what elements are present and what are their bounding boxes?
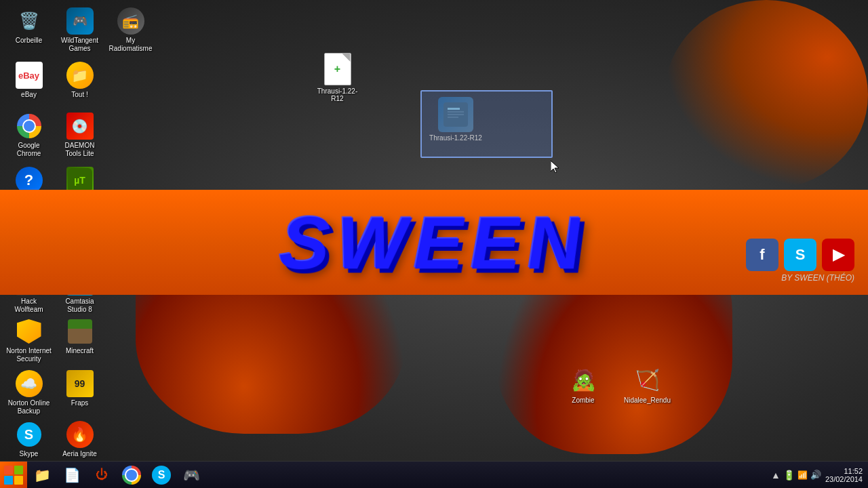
icon-label-skype: Skype <box>20 450 39 458</box>
icon-label-aeria: Aeria Ignite <box>62 450 97 458</box>
desktop-icon-radiomatisme[interactable]: 📻 My Radiomatisme <box>105 3 156 57</box>
tray-volume-icon[interactable]: 🔊 <box>810 470 821 480</box>
icon-label-chrome: Google Chrome <box>6 142 52 158</box>
preview-icon-label: Thrausi-1.22-R12 <box>429 134 482 142</box>
mouse-cursor <box>551 161 559 173</box>
social-icons-container: f S ▶ <box>746 239 854 271</box>
taskbar: 📁 📄 ⏻ S 🎮 ▲ 🔋 📶 🔊 11:52 23/02/2014 <box>0 461 868 488</box>
taskbar-power-button[interactable]: ⏻ <box>88 462 115 489</box>
nidalee-label: Nidalee_Rendu <box>624 396 671 404</box>
svg-marker-5 <box>551 161 559 173</box>
desktop-icon-nortonbackup[interactable]: ☁️ Norton Online Backup <box>3 366 54 420</box>
clock-time: 11:52 <box>844 467 863 475</box>
desktop-icon-wildtangent[interactable]: 🎮 WildTangent Games <box>54 3 105 57</box>
svg-rect-4 <box>448 117 458 118</box>
tray-expand-icon[interactable]: ▲ <box>771 470 781 481</box>
desktop-icon-daemon[interactable]: 💿 DAEMON Tools Lite <box>54 108 105 162</box>
orange-banner: SWEEN f S ▶ BY SWEEN (THÉO) <box>0 190 868 295</box>
zombie-figure[interactable]: 🧟 Zombie <box>570 363 597 404</box>
nortonbackup-icon: ☁️ <box>16 370 43 397</box>
svg-rect-2 <box>448 111 464 113</box>
tray-network-icon: 📶 <box>797 470 808 480</box>
taskbar-chrome-button[interactable] <box>118 462 145 489</box>
zombie-label: Zombie <box>572 396 594 404</box>
windows-logo-icon <box>1 463 26 487</box>
skype-social-icon[interactable]: S <box>784 239 816 271</box>
icon-label-fraps: Fraps <box>71 399 89 407</box>
file-icon-img: + <box>324 53 351 85</box>
tray-battery-icon: 🔋 <box>783 470 795 481</box>
chrome-icon <box>16 113 43 140</box>
icon-label-daemon: DAEMON Tools Lite <box>57 142 102 158</box>
icon-label-camtasia: Camtasia Studio 8 <box>57 298 102 314</box>
file-icon-label: Thrausi-1.22-R12 <box>312 87 363 102</box>
icon-label-hackwolf: Hack Wolfteam <box>6 298 52 314</box>
tray-icons: ▲ 🔋 📶 🔊 <box>771 470 821 481</box>
desktop-icon-skype[interactable]: S Skype <box>3 417 54 462</box>
ebay-icon: eBay <box>16 62 43 89</box>
nidalee-figure[interactable]: 🏹 Nidalee_Rendu <box>624 363 671 404</box>
bg-fire-right <box>665 0 868 190</box>
drag-preview-icon: Thrausi-1.22-R12 <box>429 97 483 142</box>
zombie-sprite: 🧟 <box>570 363 597 396</box>
desktop: 🗑️ Corbeille 🎮 WildTangent Games 📻 My Ra… <box>0 0 868 488</box>
taskbar-word-button[interactable]: 📄 <box>58 462 85 489</box>
tout-icon: 📁 <box>66 62 94 89</box>
skype-icon: S <box>16 421 43 448</box>
norton-icon <box>16 318 43 345</box>
icon-label-radiomatisme: My Radiomatisme <box>108 37 153 53</box>
start-button[interactable] <box>0 462 27 489</box>
taskbar-skype-button[interactable]: S <box>148 462 175 489</box>
preview-icon-img <box>438 97 473 132</box>
taskbar-explorer-button[interactable]: 📁 <box>28 462 56 489</box>
file-icon-thrausi[interactable]: + Thrausi-1.22-R12 <box>312 53 363 102</box>
fraps-icon: 99 <box>66 370 94 397</box>
svg-rect-3 <box>448 114 464 115</box>
svg-rect-1 <box>448 108 460 110</box>
drag-selection-box: Thrausi-1.22-R12 <box>420 90 553 158</box>
icon-label-nortonbackup: Norton Online Backup <box>6 399 52 415</box>
facebook-social-icon[interactable]: f <box>746 239 778 271</box>
icon-label-norton: Norton Internet Security <box>6 347 52 363</box>
clock-date: 23/02/2014 <box>825 475 863 483</box>
radiomatisme-icon: 📻 <box>117 7 144 35</box>
desktop-icon-aeria[interactable]: 🔥 Aeria Ignite <box>54 417 105 462</box>
system-clock[interactable]: 11:52 23/02/2014 <box>825 467 863 483</box>
desktop-icon-norton[interactable]: Norton Internet Security <box>3 314 54 367</box>
icon-label-minecraft: Minecraft <box>66 347 94 355</box>
nidalee-sprite: 🏹 <box>633 363 660 396</box>
wildtangent-icon: 🎮 <box>66 7 94 35</box>
recycle-icon: 🗑️ <box>16 7 43 35</box>
taskbar-extra-button[interactable]: 🎮 <box>178 462 205 489</box>
youtube-social-icon[interactable]: ▶ <box>822 239 854 271</box>
system-tray: ▲ 🔋 📶 🔊 11:52 23/02/2014 <box>771 467 868 483</box>
desktop-icon-minecraft[interactable]: Minecraft <box>54 314 105 359</box>
icon-label-wildtangent: WildTangent Games <box>57 37 102 53</box>
icon-label-tout: Tout ! <box>71 91 87 99</box>
desktop-icon-tout[interactable]: 📁 Tout ! <box>54 58 105 103</box>
icon-label-recycle: Corbeille <box>16 37 42 45</box>
desktop-icon-recycle[interactable]: 🗑️ Corbeille <box>3 3 54 49</box>
desktop-icon-fraps[interactable]: 99 Fraps <box>54 366 105 411</box>
desktop-icon-ebay[interactable]: eBay eBay <box>3 58 54 103</box>
by-text: BY SWEEN (THÉO) <box>781 273 854 283</box>
aeria-icon: 🔥 <box>66 421 94 448</box>
daemon-icon: 💿 <box>66 113 94 140</box>
icon-label-ebay: eBay <box>21 91 37 99</box>
minecraft-icon <box>66 318 94 345</box>
desktop-icon-chrome[interactable]: Google Chrome <box>3 108 54 162</box>
banner-text: SWEEN <box>277 200 591 286</box>
